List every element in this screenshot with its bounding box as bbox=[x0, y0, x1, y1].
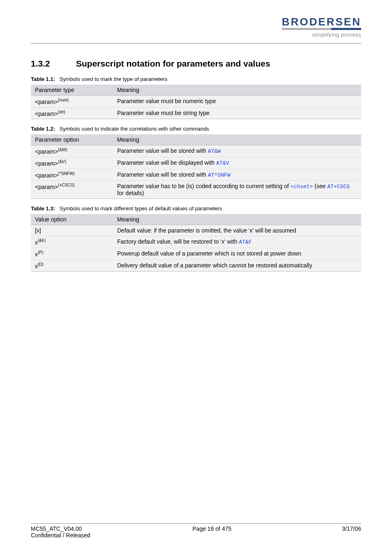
column-header: Meaning bbox=[113, 214, 361, 225]
at-command-link[interactable]: <chset> bbox=[291, 184, 313, 190]
column-header: Parameter type bbox=[31, 85, 113, 96]
table-row: x(&F)Factory default value, will be rest… bbox=[31, 236, 361, 248]
param-cell: <param>(&W) bbox=[31, 145, 113, 157]
meaning-cell: Parameter value must be string type bbox=[113, 107, 361, 119]
table-row: <param>(+CSCS)Parameter value has to be … bbox=[31, 181, 361, 199]
table-row: <param>(num)Parameter value must be nume… bbox=[31, 96, 361, 108]
param-superscript: (+CSCS) bbox=[58, 183, 74, 187]
data-table: Value optionMeaning[x]Default value: if … bbox=[31, 214, 361, 272]
table-row: [x]Default value: if the parameter is om… bbox=[31, 225, 361, 236]
footer-page-number: Page 16 of 475 bbox=[192, 525, 231, 532]
param-base: <param> bbox=[35, 172, 58, 178]
logo-block: BRODERSEN simplifying process bbox=[282, 16, 361, 38]
table-row: <param>(str)Parameter value must be stri… bbox=[31, 107, 361, 119]
logo-tagline: simplifying process bbox=[282, 32, 361, 38]
table-caption-text: Symbols used to indicate the correlation… bbox=[60, 126, 209, 132]
section-title: Superscript notation for parameters and … bbox=[76, 59, 270, 68]
table-caption: Table 1.3: Symbols used to mark differen… bbox=[31, 205, 361, 212]
param-base: <param> bbox=[35, 110, 58, 117]
param-cell: <param>(num) bbox=[31, 96, 113, 108]
at-command-link[interactable]: AT^SNFW bbox=[208, 172, 231, 178]
meaning-text: Parameter value must be numeric type bbox=[117, 98, 216, 104]
section-heading: 1.3.2Superscript notation for parameters… bbox=[31, 59, 361, 69]
table-caption-text: Symbols used to mark different types of … bbox=[60, 205, 222, 212]
table-row: <param>(^SNFW)Parameter value will be st… bbox=[31, 169, 361, 181]
meaning-text: (see bbox=[313, 183, 327, 189]
meaning-cell: Parameter value will be stored with AT&W bbox=[113, 145, 361, 157]
param-base: x bbox=[35, 263, 38, 269]
data-table: Parameter typeMeaning<param>(num)Paramet… bbox=[31, 85, 361, 119]
param-superscript: (P) bbox=[38, 250, 43, 255]
meaning-text: Factory default value, will be restored … bbox=[117, 238, 239, 245]
data-table: Parameter optionMeaning<param>(&W)Parame… bbox=[31, 134, 361, 199]
param-cell: x(P) bbox=[31, 248, 113, 260]
param-superscript: (num) bbox=[58, 98, 69, 102]
param-superscript: (&V) bbox=[58, 159, 66, 164]
at-command-link[interactable]: AT&V bbox=[216, 160, 229, 166]
table-caption: Table 1.2: Symbols used to indicate the … bbox=[31, 126, 361, 132]
meaning-cell: Parameter value will be displayed with A… bbox=[113, 157, 361, 169]
meaning-cell: Factory default value, will be restored … bbox=[113, 236, 361, 248]
table-row: x(D)Delivery default value of a paramete… bbox=[31, 260, 361, 272]
footer-doc-id: MC55_ATC_V04.00 bbox=[31, 525, 82, 532]
meaning-cell: Parameter value must be numeric type bbox=[113, 96, 361, 108]
meaning-cell: Parameter value has to be (is) coded acc… bbox=[113, 181, 361, 199]
param-cell: x(D) bbox=[31, 260, 113, 272]
meaning-text: Powerup default value of a parameter whi… bbox=[117, 250, 301, 257]
table-label: Table 1.2: bbox=[31, 126, 55, 132]
footer-divider bbox=[31, 523, 361, 524]
page-footer: MC55_ATC_V04.00 Page 16 of 475 3/17/06 C… bbox=[31, 523, 361, 539]
param-cell: <param>(+CSCS) bbox=[31, 181, 113, 199]
column-header: Parameter option bbox=[31, 134, 113, 145]
table-label: Table 1.3: bbox=[31, 205, 55, 212]
param-cell: [x] bbox=[31, 225, 113, 236]
param-base: <param> bbox=[35, 160, 58, 167]
param-superscript: (^SNFW) bbox=[58, 171, 75, 176]
header-divider bbox=[31, 43, 361, 44]
table-caption-text: Symbols used to mark the type of paramet… bbox=[60, 76, 167, 82]
table-label: Table 1.1: bbox=[31, 76, 55, 82]
column-header: Meaning bbox=[113, 85, 361, 96]
meaning-cell: Default value: if the parameter is omitt… bbox=[113, 225, 361, 236]
at-command-link[interactable]: AT&W bbox=[208, 148, 221, 154]
at-command-link[interactable]: AT+CSCS bbox=[327, 184, 350, 190]
meaning-text: Parameter value has to be (is) coded acc… bbox=[117, 183, 291, 189]
meaning-text: for details) bbox=[117, 190, 144, 196]
logo-text: BRODERSEN bbox=[282, 16, 361, 27]
footer-date: 3/17/06 bbox=[342, 525, 361, 532]
column-header: Value option bbox=[31, 214, 113, 225]
param-base: x bbox=[35, 251, 38, 258]
table-caption: Table 1.1: Symbols used to mark the type… bbox=[31, 76, 361, 82]
column-header: Meaning bbox=[113, 134, 361, 145]
logo-underline bbox=[282, 28, 361, 30]
param-base: <param> bbox=[35, 99, 58, 105]
page-header: BRODERSEN simplifying process bbox=[31, 16, 361, 41]
table-row: <param>(&W)Parameter value will be store… bbox=[31, 145, 361, 157]
param-superscript: (&W) bbox=[58, 147, 67, 152]
param-superscript: (D) bbox=[38, 262, 44, 267]
param-superscript: (str) bbox=[58, 110, 65, 114]
param-cell: x(&F) bbox=[31, 236, 113, 248]
meaning-text: Parameter value will be displayed with bbox=[117, 159, 216, 166]
meaning-cell: Powerup default value of a parameter whi… bbox=[113, 248, 361, 260]
meaning-cell: Parameter value will be stored with AT^S… bbox=[113, 169, 361, 181]
param-cell: <param>(^SNFW) bbox=[31, 169, 113, 181]
param-base: x bbox=[35, 239, 38, 246]
meaning-text: Parameter value must be string type bbox=[117, 110, 210, 116]
param-superscript: (&F) bbox=[38, 238, 46, 243]
table-row: <param>(&V)Parameter value will be displ… bbox=[31, 157, 361, 169]
table-row: x(P)Powerup default value of a parameter… bbox=[31, 248, 361, 260]
meaning-text: Default value: if the parameter is omitt… bbox=[117, 227, 296, 234]
param-base: <param> bbox=[35, 184, 58, 190]
param-cell: <param>(&V) bbox=[31, 157, 113, 169]
meaning-text: Parameter value will be stored with bbox=[117, 171, 208, 178]
footer-confidential: Confidential / Released bbox=[31, 532, 361, 539]
meaning-cell: Delivery default value of a parameter wh… bbox=[113, 260, 361, 272]
at-command-link[interactable]: AT&F bbox=[239, 239, 251, 245]
param-cell: <param>(str) bbox=[31, 107, 113, 119]
param-base: [x] bbox=[35, 227, 41, 234]
meaning-text: Delivery default value of a parameter wh… bbox=[117, 262, 312, 269]
param-base: <param> bbox=[35, 148, 58, 155]
section-number: 1.3.2 bbox=[31, 59, 76, 69]
meaning-text: Parameter value will be stored with bbox=[117, 147, 208, 154]
